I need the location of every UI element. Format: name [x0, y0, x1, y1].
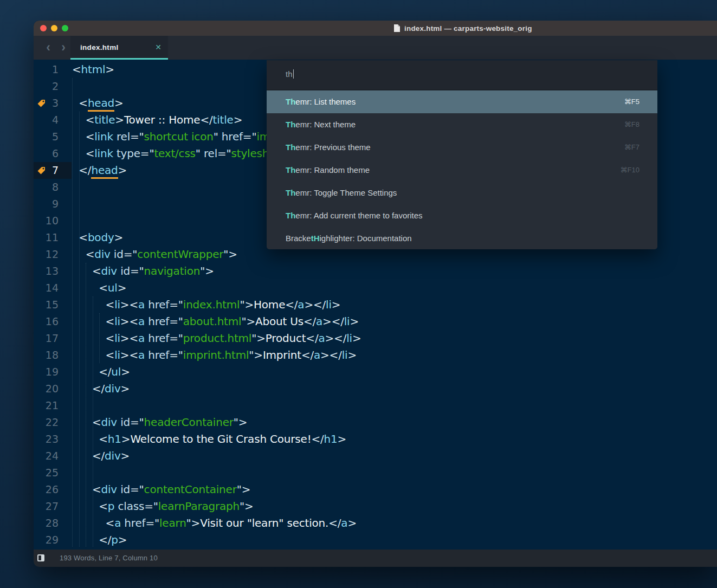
line-number[interactable]: 6	[34, 145, 72, 162]
line-number[interactable]: 27	[34, 498, 72, 515]
tab-index-html[interactable]: index.html ✕	[70, 36, 168, 60]
match-highlight: Th	[286, 120, 295, 129]
code-line[interactable]: <h1>Welcome to the Git Crash Course!</h1…	[72, 431, 717, 448]
code-token: shortcut icon	[144, 130, 214, 143]
command-palette-input[interactable]: th	[267, 60, 657, 90]
code-line[interactable]: <li><a href="imprint.html">Imprint</a></…	[72, 347, 717, 364]
code-token: ="	[145, 516, 159, 529]
code-token: div	[101, 416, 118, 429]
editor-window: index.html — carparts-website_orig ‹ › i…	[34, 21, 717, 567]
command-palette-item[interactable]: Themr: List themes⌘F5	[267, 91, 657, 113]
code-token: navigation	[144, 264, 201, 277]
line-number[interactable]: 14	[34, 280, 72, 296]
code-token: <	[72, 416, 101, 429]
line-number[interactable]: 1	[34, 61, 72, 78]
line-number[interactable]: 11	[34, 229, 72, 246]
command-palette-item[interactable]: Themr: Toggle Theme Settings	[267, 182, 657, 204]
code-token: >	[114, 96, 124, 109]
code-token: li	[114, 332, 120, 345]
close-window-button[interactable]	[40, 25, 47, 31]
zoom-window-button[interactable]	[62, 25, 68, 31]
code-line[interactable]: </div>	[72, 380, 717, 397]
back-arrow-icon[interactable]: ‹	[42, 40, 54, 55]
line-number[interactable]: 17	[34, 330, 72, 347]
title-bar[interactable]: index.html — carparts-website_orig	[34, 21, 717, 36]
command-palette-item[interactable]: Themr: Add current theme to favorites	[267, 204, 657, 227]
line-number[interactable]: 28	[34, 515, 72, 532]
bookmark-tag-icon	[37, 166, 46, 175]
line-number[interactable]: 29	[34, 532, 72, 548]
code-line[interactable]: <li><a href="about.html">About Us</a></l…	[72, 313, 717, 330]
code-line[interactable]: <div id="navigation">	[72, 263, 717, 280]
traffic-lights	[40, 25, 68, 31]
line-number[interactable]: 16	[34, 313, 72, 330]
line-number[interactable]: 4	[34, 112, 72, 128]
minimize-window-button[interactable]	[51, 25, 57, 31]
bookmark-tag-icon	[37, 99, 46, 108]
code-token: >	[350, 315, 359, 328]
code-token: href	[145, 332, 169, 345]
line-number[interactable]: 25	[34, 464, 72, 481]
code-token: ="	[243, 130, 257, 143]
line-number[interactable]: 9	[34, 196, 72, 212]
line-number[interactable]: 10	[34, 212, 72, 229]
line-number[interactable]: 7	[34, 162, 72, 179]
code-token: html	[81, 63, 106, 76]
command-palette-item[interactable]: Themr: Previous theme⌘F7	[267, 136, 657, 159]
line-number[interactable]: 3	[34, 95, 72, 112]
code-token: div	[101, 264, 118, 277]
line-number[interactable]: 13	[34, 263, 72, 280]
code-line[interactable]: <a href="learn">Visit our "learn" sectio…	[72, 515, 717, 532]
forward-arrow-icon[interactable]: ›	[57, 40, 69, 55]
code-token: a	[298, 298, 304, 311]
code-line[interactable]: <p class="learnParagraph">	[72, 498, 717, 515]
line-number[interactable]: 26	[34, 481, 72, 498]
line-number[interactable]: 2	[34, 78, 72, 95]
code-token: </	[311, 432, 324, 445]
command-palette-item[interactable]: Themr: Next theme⌘F8	[267, 113, 657, 136]
code-token: ">	[240, 298, 254, 311]
panel-switcher-icon[interactable]	[37, 554, 44, 561]
code-token: id	[117, 264, 130, 277]
code-token: ></	[322, 315, 344, 328]
code-token: product.html	[183, 332, 251, 345]
code-line[interactable]: <div id="headerContainer">	[72, 414, 717, 431]
tab-close-icon[interactable]: ✕	[155, 43, 162, 51]
code-token: headerContainer	[144, 416, 234, 429]
code-line[interactable]	[72, 397, 717, 414]
line-number[interactable]: 15	[34, 296, 72, 313]
line-number[interactable]: 5	[34, 128, 72, 145]
status-bar: 193 Words, Line 7, Column 10	[34, 550, 717, 567]
code-line[interactable]: <ul>	[72, 280, 717, 296]
code-token: a	[114, 516, 121, 529]
code-line[interactable]: </ul>	[72, 364, 717, 380]
code-token: <	[72, 298, 114, 311]
line-number[interactable]: 22	[34, 414, 72, 431]
code-line[interactable]	[72, 464, 717, 481]
code-token: li	[114, 298, 120, 311]
line-number[interactable]: 8	[34, 179, 72, 196]
command-palette-item[interactable]: Themr: Random theme⌘F10	[267, 159, 657, 182]
code-token: >	[118, 281, 127, 294]
code-token: Product	[266, 332, 306, 345]
code-token: >	[338, 432, 347, 445]
code-token: </	[285, 298, 298, 311]
code-line[interactable]: <div id="contentContainer">	[72, 481, 717, 498]
code-token: </	[72, 449, 105, 462]
line-number[interactable]: 24	[34, 448, 72, 464]
line-number[interactable]: 20	[34, 380, 72, 397]
line-number[interactable]: 23	[34, 431, 72, 448]
tab-label: index.html	[80, 43, 119, 51]
line-number[interactable]: 19	[34, 364, 72, 380]
code-token: head	[88, 96, 114, 112]
code-token: <	[72, 332, 114, 345]
code-token: li	[344, 315, 350, 328]
code-line[interactable]: <li><a href="product.html">Product</a></…	[72, 330, 717, 347]
line-number[interactable]: 12	[34, 246, 72, 263]
code-line[interactable]: </div>	[72, 448, 717, 464]
line-number[interactable]: 18	[34, 347, 72, 364]
line-number[interactable]: 21	[34, 397, 72, 414]
command-palette-item[interactable]: BracketHighlighter: Documentation	[267, 227, 657, 250]
code-line[interactable]: </p>	[72, 532, 717, 548]
code-line[interactable]: <li><a href="index.html">Home</a></li>	[72, 296, 717, 313]
